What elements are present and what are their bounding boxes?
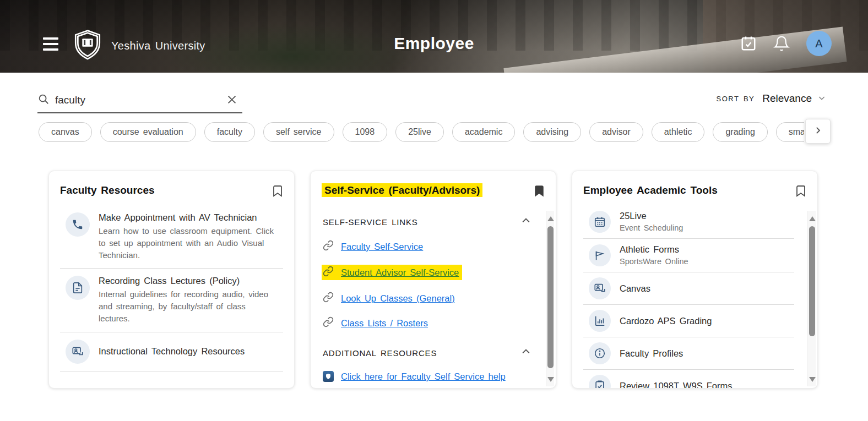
link-label[interactable]: Look Up Classes (General) <box>341 293 455 304</box>
link-label[interactable]: Class Lists / Rosters <box>341 318 428 329</box>
item-description: Internal guidelines for recording audio,… <box>99 288 279 324</box>
scroll-up-arrow[interactable] <box>809 216 816 221</box>
chips-next-button[interactable] <box>805 119 831 144</box>
chevron-up-icon <box>520 215 531 228</box>
list-item-cardozo-aps-grading[interactable]: Cardozo APS Grading <box>583 305 794 337</box>
card-faculty-resources: Faculty Resources Make Appointment with … <box>48 171 295 389</box>
item-title: 25Live <box>620 211 790 221</box>
chip-canvas[interactable]: canvas <box>39 122 92 142</box>
section-self-service-links[interactable]: SELF-SERVICE LINKS <box>323 215 531 228</box>
person-screen-icon <box>66 340 90 364</box>
search-box <box>37 88 242 113</box>
chip-1098[interactable]: 1098 <box>343 122 388 142</box>
item-description: Learn how to use classroom equipment. Cl… <box>99 225 279 261</box>
item-title: Recording Class Lectures (Policy) <box>99 276 279 286</box>
bookmark-icon[interactable] <box>271 184 284 198</box>
list-item-25live[interactable]: 25Live Event Scheduling <box>583 205 794 239</box>
link-class-lists-rosters[interactable]: Class Lists / Rosters <box>323 316 531 330</box>
item-subtitle: SportsWare Online <box>620 257 790 266</box>
item-title: Cardozo APS Grading <box>620 316 790 326</box>
list-item-faculty-profiles[interactable]: Faculty Profiles <box>583 337 794 370</box>
link-label[interactable]: Student Advisor Self-Service <box>341 267 459 278</box>
chip-25live[interactable]: 25live <box>395 122 444 142</box>
card-employee-academic-tools: Employee Academic Tools 25Live Event Sch… <box>572 171 818 389</box>
chips-strip: canvas course evaluation faculty self se… <box>39 121 804 144</box>
list-item-av-technician[interactable]: Make Appointment with AV Technician Lear… <box>60 205 283 269</box>
link-faculty-self-service-help[interactable]: Click here for Faculty Self Service help <box>323 371 531 382</box>
chip-advising[interactable]: advising <box>523 122 581 142</box>
bookmark-icon[interactable] <box>794 184 807 198</box>
link-icon <box>323 266 334 279</box>
scrollbar[interactable] <box>546 211 554 386</box>
scroll-down-arrow[interactable] <box>809 377 816 382</box>
flag-icon <box>589 244 611 266</box>
info-icon <box>589 342 611 364</box>
sort-dropdown[interactable]: Relevance <box>762 92 826 105</box>
card-title-highlighted: Self-Service (Faculty/Advisors) <box>322 183 482 197</box>
scrollbar-thumb[interactable] <box>809 226 815 336</box>
yu-app-icon <box>323 371 334 382</box>
search-icon <box>37 93 50 107</box>
chip-smarteval[interactable]: smarteval <box>776 122 804 142</box>
person-screen-icon <box>589 277 611 299</box>
chip-faculty[interactable]: faculty <box>204 122 255 142</box>
chip-self-service[interactable]: self service <box>263 122 334 142</box>
calendar-check-icon[interactable] <box>740 35 757 52</box>
list-item-review-1098t-w9s-forms[interactable]: Review 1098T W9S Forms <box>583 370 794 389</box>
item-title: Faculty Profiles <box>620 348 790 359</box>
chip-course-evaluation[interactable]: course evaluation <box>100 122 196 142</box>
chip-advisor[interactable]: advisor <box>589 122 643 142</box>
chip-grading[interactable]: grading <box>713 122 767 142</box>
section-heading: SELF-SERVICE LINKS <box>323 217 418 227</box>
bookmark-filled-icon[interactable] <box>533 184 546 198</box>
item-title: Review 1098T W9S Forms <box>620 381 790 389</box>
page-title: Employee <box>0 34 868 53</box>
chip-academic[interactable]: academic <box>452 122 515 142</box>
avatar[interactable]: A <box>806 31 832 56</box>
sort-by-label: SORT BY <box>717 95 755 103</box>
clipboard-check-icon <box>589 375 611 389</box>
link-icon <box>323 292 334 305</box>
chevron-right-icon <box>813 125 823 137</box>
section-additional-resources[interactable]: ADDITIONAL RESOURCES <box>323 346 531 359</box>
link-icon <box>323 240 334 253</box>
link-icon <box>323 316 334 330</box>
list-item-canvas[interactable]: Canvas <box>583 272 794 305</box>
list-item-athletic-forms[interactable]: Athletic Forms SportsWare Online <box>583 239 794 272</box>
scroll-up-arrow[interactable] <box>547 216 554 221</box>
filter-chips-row: canvas course evaluation faculty self se… <box>0 119 868 146</box>
document-icon <box>66 276 90 300</box>
clear-icon[interactable] <box>225 93 239 107</box>
chevron-up-icon <box>520 346 531 359</box>
sort-by: SORT BY Relevance <box>717 92 826 105</box>
bell-icon[interactable] <box>773 35 790 52</box>
sort-value: Relevance <box>762 92 812 105</box>
calendar-icon <box>589 211 611 233</box>
list-item-instructional-tech[interactable]: Instructional Technology Resources <box>60 332 283 371</box>
header-banner: Yeshiva University Employee A <box>0 0 868 73</box>
card-title: Faculty Resources <box>60 184 155 196</box>
item-title: Instructional Technology Resources <box>99 346 279 357</box>
bar-chart-icon <box>589 310 611 332</box>
scrollbar[interactable] <box>807 211 816 386</box>
card-title: Employee Academic Tools <box>583 184 718 196</box>
phone-icon <box>66 212 90 237</box>
link-faculty-self-service[interactable]: Faculty Self-Service <box>323 240 531 253</box>
item-title: Athletic Forms <box>620 244 790 255</box>
item-subtitle: Event Scheduling <box>620 223 790 232</box>
chevron-down-icon <box>817 94 826 104</box>
link-label[interactable]: Faculty Self-Service <box>341 242 423 252</box>
search-input[interactable] <box>55 94 225 106</box>
search-sort-row: SORT BY Relevance <box>0 73 868 123</box>
link-look-up-classes[interactable]: Look Up Classes (General) <box>323 292 531 305</box>
chip-athletic[interactable]: athletic <box>652 122 705 142</box>
list-item-recording-lectures[interactable]: Recording Class Lectures (Policy) Intern… <box>60 269 283 332</box>
item-title: Canvas <box>620 283 790 294</box>
scrollbar-thumb[interactable] <box>547 226 554 368</box>
item-title: Make Appointment with AV Technician <box>99 212 279 223</box>
card-self-service-faculty-advisors: Self-Service (Faculty/Advisors) SELF-SER… <box>310 171 556 389</box>
link-label[interactable]: Click here for Faculty Self Service help <box>341 371 506 382</box>
link-student-advisor-self-service-highlighted[interactable]: Student Advisor Self-Service <box>322 265 462 280</box>
section-heading: ADDITIONAL RESOURCES <box>323 348 437 358</box>
scroll-down-arrow[interactable] <box>547 377 554 382</box>
